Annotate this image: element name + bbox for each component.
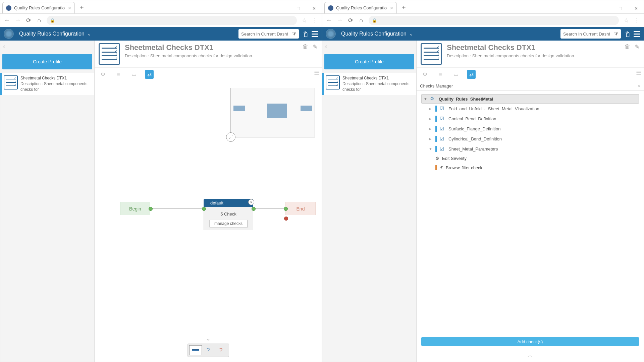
home-icon[interactable]: ⌂ [358,17,365,24]
collapse-icon[interactable]: ▼ [424,97,427,101]
app-bar: Quality Rules Configuration ⌄ ⧩ 🏷 [322,27,644,41]
node-default[interactable]: default × 5 Check manage checks [204,199,253,230]
profile-card-desc: Description : Sheetmetal components chec… [342,81,414,93]
url-field[interactable]: 🔒 [47,16,297,25]
new-tab-button[interactable]: + [77,2,87,12]
sidebar-back-icon[interactable]: ‹ [0,41,94,52]
close-tab-icon[interactable]: × [390,5,393,11]
tree-item[interactable]: ▶☑Cylindrical_Bend_Definition [421,134,639,144]
chevron-up-icon[interactable]: ︿ [417,352,644,362]
maximize-button[interactable]: ☐ [613,3,628,13]
browse-filter-action[interactable]: ⧩Browse filter check [421,163,639,172]
minimap-grip-icon[interactable]: ⋰ [226,132,235,142]
edit-icon[interactable]: ✎ [635,43,640,65]
delete-icon[interactable]: 🗑 [303,43,309,65]
reload-icon[interactable]: ⟳ [25,17,32,24]
node-close-icon[interactable]: × [248,199,254,205]
app-logo-icon[interactable] [4,29,14,39]
back-icon[interactable]: ← [326,17,332,24]
filter-icon[interactable]: ⧩ [292,31,296,37]
canvas[interactable]: ⋰ Begin End default × [95,81,322,362]
forward-icon[interactable]: → [14,17,21,24]
sliders-icon[interactable]: ≡ [114,70,123,79]
expand-icon[interactable]: ▶ [429,137,433,141]
reload-icon[interactable]: ⟳ [347,17,354,24]
search-box[interactable]: ⧩ [560,29,621,39]
node-end[interactable]: End [285,202,316,215]
help-alt-icon[interactable]: ? [215,345,227,355]
chevron-down-icon[interactable]: ⌄ [187,335,229,342]
delete-icon[interactable]: 🗑 [625,43,631,65]
url-field[interactable]: 🔒 [369,16,619,25]
browser-menu-icon[interactable]: ⋮ [634,17,640,24]
checklist-icon [326,75,340,89]
sidebar-back-icon[interactable]: ‹ [322,41,416,52]
browser-menu-icon[interactable]: ⋮ [312,17,318,24]
expand-icon[interactable]: ▶ [429,127,433,131]
flow-view-icon[interactable]: ⇄ [145,70,154,79]
hamburger-icon[interactable] [312,31,318,37]
browser-tab[interactable]: Quality Rules Configuratio × [2,2,75,13]
bookmark-icon[interactable]: ☆ [623,17,630,24]
clipboard-icon[interactable]: ▭ [129,70,138,79]
app-title[interactable]: Quality Rules Configuration ⌄ [19,31,91,37]
port-error[interactable] [284,217,288,221]
tree-root[interactable]: ▼ ⚙ Quality_Rules_SheetMetal [421,94,639,104]
search-input[interactable] [241,32,288,37]
node-header[interactable]: default × [204,199,253,207]
collapse-icon[interactable]: ▼ [429,147,433,151]
flow-view-icon[interactable]: ⇄ [467,70,476,79]
add-checks-button[interactable]: Add check(s) [421,337,639,346]
minimap[interactable]: ⋰ [230,88,315,137]
expand-icon[interactable]: ▶ [429,107,433,111]
help-icon[interactable]: ? [202,345,215,355]
expand-icon[interactable]: ▶ [429,117,433,121]
app-title[interactable]: Quality Rules Configuration ⌄ [341,31,413,37]
edit-icon[interactable]: ✎ [313,43,318,65]
filter-icon[interactable]: ⧩ [614,31,618,37]
port-in[interactable] [284,207,288,211]
forward-icon[interactable]: → [336,17,343,24]
maximize-button[interactable]: ☐ [291,3,306,13]
close-tab-icon[interactable]: × [68,5,71,11]
gear-icon[interactable]: ⚙ [421,70,429,79]
minimize-button[interactable]: — [597,3,613,13]
port-in[interactable] [202,207,206,211]
profile-card[interactable]: Sheetmetal Checks DTX1 Description : She… [0,73,94,95]
tag-icon[interactable]: 🏷 [302,31,309,37]
app-logo-icon[interactable] [326,29,336,39]
close-window-button[interactable]: ✕ [306,3,322,13]
sidebar-collapse-icon[interactable]: ☰ [635,69,642,77]
sliders-icon[interactable]: ≡ [436,70,445,79]
port-out[interactable] [149,207,153,211]
create-profile-button[interactable]: Create Profile [2,54,92,69]
port-out[interactable] [252,207,256,211]
tag-icon[interactable]: 🏷 [624,31,631,37]
home-icon[interactable]: ⌂ [36,17,43,24]
search-input[interactable] [563,32,610,37]
browser-tab[interactable]: Quality Rules Configuratio × [324,2,397,13]
tree-item-label: Sheet_Metal_Parameters [448,146,498,152]
back-icon[interactable]: ← [4,17,10,24]
tree-item[interactable]: ▶☑Conical_Bend_Definition [421,114,639,124]
manage-checks-button[interactable]: manage checks [209,220,248,227]
profile-card[interactable]: Sheetmetal Checks DTX1 Description : She… [322,73,416,95]
bookmark-icon[interactable]: ☆ [301,17,308,24]
clipboard-icon[interactable]: ▭ [451,70,460,79]
tree-item[interactable]: ▶☑Surfacic_Flange_Definition [421,124,639,134]
close-window-button[interactable]: ✕ [628,3,644,13]
view-mode-1[interactable] [189,345,202,355]
profile-card-title: Sheetmetal Checks DTX1 [20,75,92,81]
close-panel-icon[interactable]: × [638,83,640,88]
gear-icon[interactable]: ⚙ [99,70,107,79]
hamburger-icon[interactable] [634,31,640,37]
node-begin[interactable]: Begin [120,202,150,215]
tree-item[interactable]: ▶☑Fold_and_Unfold_-_Sheet_Metal_Visualiz… [421,104,639,114]
tree-item[interactable]: ▼☑Sheet_Metal_Parameters [421,144,639,154]
sidebar-collapse-icon[interactable]: ☰ [313,69,320,77]
create-profile-button[interactable]: Create Profile [324,54,414,69]
new-tab-button[interactable]: + [399,2,409,12]
edit-severity-action[interactable]: ⚙Edit Severity [421,154,639,163]
minimize-button[interactable]: — [275,3,291,13]
search-box[interactable]: ⧩ [238,29,299,39]
